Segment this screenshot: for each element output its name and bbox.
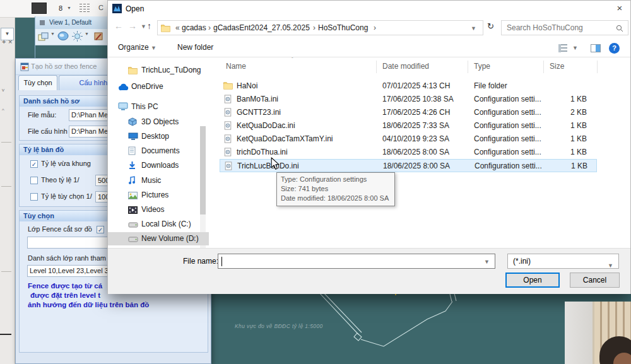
pin-icon[interactable]: + [2,38,6,45]
file-name-input[interactable]: ▼ [218,254,495,269]
file-row-ketquadodac-ini[interactable]: KetQuaDoDac.ini18/06/2025 7:33 SAConfigu… [220,119,597,132]
scroll-up-icon[interactable]: ^ [2,107,4,113]
scroll-down-icon[interactable]: v [192,232,196,245]
tab-tuy-chon[interactable]: Tùy chọn [18,75,57,90]
partial-icon[interactable]: C [98,4,103,11]
open-dialog: Open × ← → ▼ ↑ « gcadas › gCadasEnt2024_… [107,0,631,294]
cancel-button[interactable]: Cancel [570,273,620,288]
line-style-icon[interactable] [80,4,91,13]
sidebar-item-music[interactable]: Music [108,174,209,187]
view-titlebar[interactable]: View 1, Default [35,16,108,29]
folder-icon [161,24,170,32]
sidebar-item-downloads[interactable]: Downloads [108,159,209,172]
tooltip-line: Size: 741 bytes [281,184,391,194]
sidebar-item-pictures[interactable]: Pictures [108,189,209,202]
search-input[interactable]: Search HoSoThuCong [501,20,628,35]
open-dialog-footer: File name: ▼ (*.ini) ▼ Open Cancel [108,248,630,294]
help-button[interactable]: ? [609,43,620,54]
file-name: TrichLucBanDo.ini [237,160,299,173]
sidebar-item-desktop[interactable]: Desktop [108,130,209,143]
checkbox-label: Theo tỷ lệ 1/ [41,176,80,184]
color-swatch[interactable] [32,3,47,14]
file-date-modified: 17/06/2025 10:38 SA [382,93,454,106]
back-icon[interactable]: ← [114,21,123,31]
column-separator[interactable] [543,61,544,73]
checkbox-label: Tỷ lệ vừa khung [41,160,91,167]
close-panel-icon[interactable]: × [8,38,12,45]
forward-icon[interactable]: → [128,21,137,31]
checkbox[interactable]: ✓ [30,160,38,168]
sidebar-item-this-pc[interactable]: This PC [108,100,209,114]
view-mode-button[interactable] [558,44,567,52]
view-rotate-icon[interactable] [93,31,103,42]
sidebar-item-documents[interactable]: Documents [108,144,209,158]
sidebar-item-3d-objects[interactable]: 3D Objects [108,115,209,129]
column-header-date-modified[interactable]: Date modified [382,62,429,71]
file-name: HaNoi [237,79,257,93]
file-type: Configuration setti... [474,93,541,106]
view-layers-icon[interactable] [38,32,49,42]
video-icon [128,205,138,214]
address-dropdown-icon[interactable]: ▼ [471,21,476,35]
ini-icon [223,108,233,117]
fence-layer-checkbox[interactable]: ✓ [97,226,104,233]
document-icon [128,146,138,156]
column-header-size[interactable]: Size [550,62,564,71]
sidebar-item-trichluc-tudong[interactable]: TrichLuc_TuDong^ [108,64,209,77]
close-icon[interactable]: × [613,2,627,15]
view-mode-chevron-icon[interactable]: ▼ [572,45,578,51]
preview-pane-button[interactable] [591,44,601,52]
history-chevron-icon[interactable]: ▼ [141,23,146,30]
cube-icon [128,117,138,127]
command-toolbar: Organize ▼ New folder ▼ ? [108,38,630,57]
sidebar-item-label: Videos [141,203,164,216]
sidebar-item-onedrive[interactable]: OneDrive [108,80,209,93]
column-header-name[interactable]: Name [226,62,246,71]
chevron-down-icon[interactable]: ▼ [67,6,71,10]
file-type-filter[interactable]: (*.ini) ▼ [507,254,619,269]
checkbox-label: Tỷ lệ tùy chọn 1/ [41,192,92,200]
file-row-ketquadodactamxtamy-ini[interactable]: KetQuaDoDacTamXTamY.ini04/10/2019 9:23 S… [220,132,597,146]
up-icon[interactable]: ↑ [147,21,151,31]
column-separator[interactable] [376,61,377,73]
sidebar-item-local-disk-c-[interactable]: Local Disk (C:) [108,218,209,231]
view-brightness-icon[interactable] [72,31,83,42]
file-row-hanoi[interactable]: HaNoi07/01/2025 4:13 CHFile folder [220,79,597,93]
file-date-modified: 18/06/2025 8:00 SA [383,160,450,173]
file-row-banmota-ini[interactable]: BanMoTa.ini17/06/2025 10:38 SAConfigurat… [220,93,597,106]
breadcrumb-item[interactable]: HoSoThuCong [317,21,369,35]
sidebar-item-new-volume-d-[interactable]: New Volume (D:)v [108,232,209,245]
sidebar-item-label: OneDrive [131,80,163,93]
chevron-down-icon[interactable]: ▼ [85,32,89,36]
organize-button[interactable]: Organize ▼ [118,43,156,52]
file-name-dropdown-icon[interactable]: ▼ [484,259,490,265]
tooltip-line: Type: Configuration settings [281,175,391,184]
file-size: 1 KB [535,119,587,132]
scroll-down-icon[interactable]: v [2,87,4,93]
scroll-up-icon[interactable]: ^ [192,64,195,77]
file-type: Configuration setti... [474,106,541,119]
checkbox[interactable] [30,193,38,201]
open-button[interactable]: Open [505,273,560,288]
desktop-icon [128,132,138,141]
view-attributes-icon[interactable] [57,31,69,42]
breadcrumb-item[interactable]: gCadasEnt2024_27.05.2025 [212,21,311,35]
column-separator[interactable] [468,61,468,73]
new-folder-button[interactable]: New folder [177,43,213,52]
sidebar-item-videos[interactable]: Videos [108,203,209,216]
column-separator[interactable] [597,61,598,73]
view-icon [40,20,45,25]
file-date-modified: 17/06/2025 4:26 CH [382,106,450,119]
checkbox[interactable] [30,177,38,184]
file-row-gcntt23-ini[interactable]: GCNTT23.ini17/06/2025 4:26 CHConfigurati… [220,106,597,119]
column-header-type[interactable]: Type [474,62,490,71]
open-dialog-titlebar[interactable]: Open × [108,1,630,17]
file-type: Configuration setti... [474,119,541,132]
line-weight-value[interactable]: 8 [59,4,62,12]
breadcrumb[interactable]: « gcadas › gCadasEnt2024_27.05.2025 › Ho… [157,20,483,35]
webcam-overlay [565,302,631,364]
refresh-icon[interactable]: ↻ [487,21,494,31]
open-dialog-title: Open [126,4,144,13]
breadcrumb-item[interactable]: gcadas [180,21,208,35]
chevron-down-icon[interactable]: ▼ [50,32,55,36]
